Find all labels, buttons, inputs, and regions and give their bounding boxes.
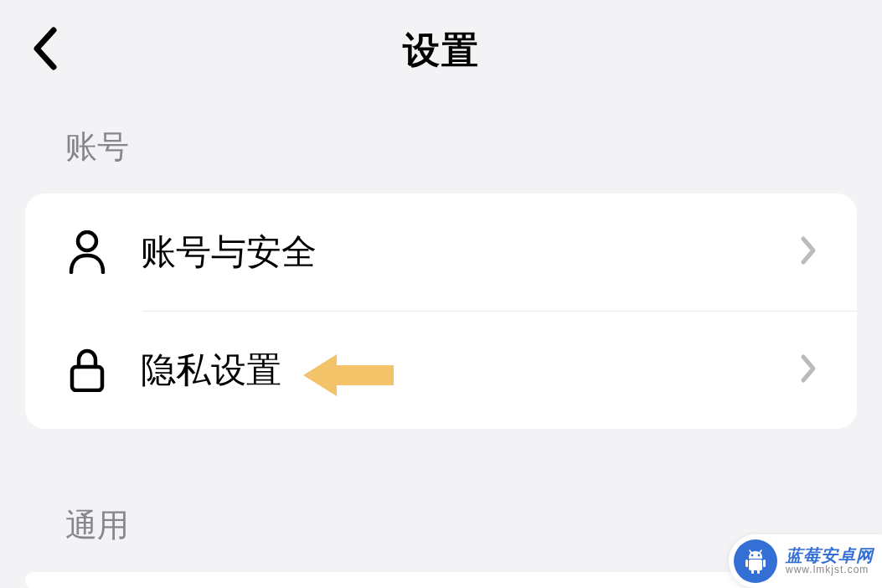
svg-rect-10	[751, 570, 754, 574]
svg-point-0	[78, 232, 96, 250]
svg-rect-7	[749, 560, 762, 570]
page-header: 设置	[0, 0, 882, 101]
section-header-account: 账号	[0, 101, 882, 193]
list-item-privacy-settings[interactable]: 隐私设置	[25, 312, 857, 429]
item-label: 隐私设置	[141, 347, 800, 394]
watermark-title: 蓝莓安卓网	[786, 546, 874, 565]
watermark: 蓝莓安卓网 www.lmkjst.com	[729, 534, 882, 588]
back-button[interactable]	[23, 23, 65, 74]
watermark-url: www.lmkjst.com	[786, 565, 874, 575]
chevron-right-icon	[800, 353, 817, 387]
item-label: 账号与安全	[141, 229, 800, 276]
account-card: 账号与安全 隐私设置	[25, 193, 857, 429]
svg-rect-11	[757, 570, 760, 574]
svg-point-4	[758, 554, 761, 557]
page-title: 设置	[403, 26, 480, 75]
svg-line-6	[760, 550, 761, 553]
chevron-right-icon	[800, 235, 817, 269]
svg-rect-8	[745, 560, 748, 567]
person-icon	[65, 230, 109, 274]
android-icon	[734, 539, 777, 583]
chevron-left-icon	[30, 25, 59, 72]
svg-rect-9	[763, 560, 766, 567]
list-item-account-security[interactable]: 账号与安全	[25, 193, 857, 311]
svg-point-3	[751, 554, 754, 557]
svg-rect-1	[72, 367, 102, 390]
svg-line-5	[750, 550, 751, 553]
lock-icon	[65, 348, 109, 392]
watermark-text: 蓝莓安卓网 www.lmkjst.com	[786, 546, 874, 575]
